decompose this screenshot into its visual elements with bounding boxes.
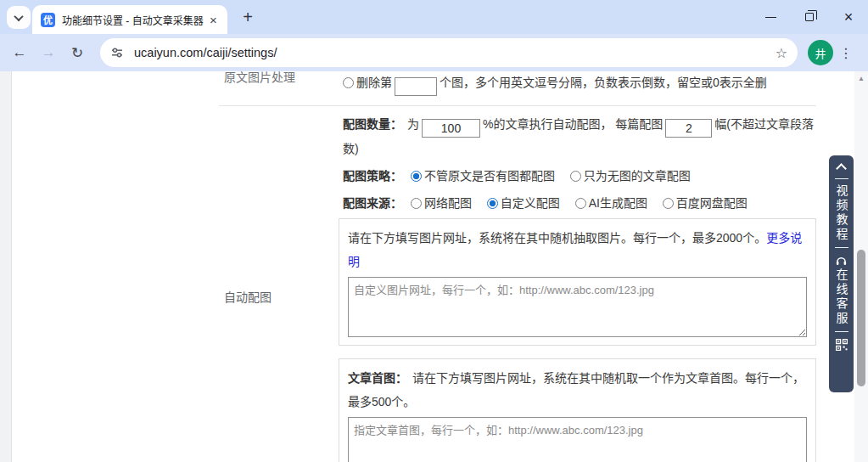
head-image-title: 文章首图： <box>348 371 407 385</box>
head-image-box: 文章首图：请在下方填写图片网址，系统在其中随机取一个作为文章首图。每行一个，最多… <box>339 358 816 462</box>
auto-image-label: 自动配图 <box>219 288 339 305</box>
image-quantity-title: 配图数量： <box>343 117 402 131</box>
strategy-option-no-image-only[interactable]: 只为无图的文章配图 <box>570 169 691 183</box>
scrollbar-thumb[interactable] <box>857 250 865 386</box>
custom-image-box: 请在下方填写图片网址，系统将在其中随机抽取图片。每行一个，最多2000个。更多说… <box>339 218 816 346</box>
source-option-ai[interactable]: AI生成配图 <box>575 196 647 210</box>
browser-window: 优 功能细节设置 - 自动文章采集器 × + × ← → ↻ ucaiyun.c… <box>0 0 868 462</box>
radio-selected-icon[interactable] <box>487 198 498 209</box>
image-strategy-title: 配图策略： <box>343 169 402 183</box>
radio-selected-icon[interactable] <box>411 171 422 182</box>
tab-close-icon[interactable]: × <box>210 14 217 26</box>
forward-button[interactable]: → <box>34 44 63 61</box>
head-image-instruction: 文章首图：请在下方填写图片网址，系统在其中随机取一个作为文章首图。每行一个，最多… <box>348 366 807 414</box>
tab-search-button[interactable] <box>7 6 31 29</box>
original-image-row: 原文图片处理 删除第个图，多个用英文逗号分隔，负数表示倒数，留空或0表示全删 <box>219 71 816 105</box>
delete-image-text-suffix: 个图，多个用英文逗号分隔，负数表示倒数，留空或0表示全删 <box>440 76 767 89</box>
minimize-button[interactable] <box>751 0 790 34</box>
quantity-mid-text: %的文章执行自动配图， 每篇配图 <box>483 117 663 131</box>
panel-divider <box>835 247 848 248</box>
image-strategy-line: 配图策略： 不管原文是否有图都配图 只为无图的文章配图 <box>339 165 816 187</box>
original-image-label: 原文图片处理 <box>219 71 339 105</box>
custom-image-urls-textarea[interactable] <box>348 277 807 337</box>
back-button[interactable]: ← <box>5 44 34 61</box>
settings-form: 原文图片处理 删除第个图，多个用英文逗号分隔，负数表示倒数，留空或0表示全删 自… <box>219 71 816 462</box>
browser-titlebar: 优 功能细节设置 - 自动文章采集器 × + × <box>0 0 868 34</box>
browser-toolbar: ← → ↻ ucaiyun.com/caiji/settings/ ☆ 井 ⋮ <box>0 34 868 71</box>
page-left-margin <box>0 71 12 462</box>
delete-image-index-input[interactable] <box>395 77 437 96</box>
page-scrollbar[interactable]: ▲ <box>854 71 868 462</box>
url-text[interactable]: ucaiyun.com/caiji/settings/ <box>134 46 769 59</box>
source-option-web[interactable]: 网络配图 <box>411 196 472 210</box>
delete-image-radio[interactable] <box>343 77 354 88</box>
qr-code-icon[interactable] <box>836 339 848 351</box>
percent-input[interactable] <box>422 119 480 138</box>
images-per-article-input[interactable] <box>665 119 712 138</box>
radio-icon[interactable] <box>411 198 422 209</box>
bookmark-star-icon[interactable]: ☆ <box>776 45 787 61</box>
new-tab-button[interactable]: + <box>238 7 258 27</box>
restore-button[interactable] <box>790 0 829 34</box>
strategy-option-always[interactable]: 不管原文是否有图都配图 <box>411 169 555 183</box>
source-option-baidu-pan[interactable]: 百度网盘配图 <box>663 196 748 210</box>
floating-side-panel: 视频教程 在线客服 <box>829 155 854 392</box>
browser-menu-icon[interactable]: ⋮ <box>833 45 859 61</box>
site-favicon: 优 <box>41 13 55 27</box>
headset-icon <box>835 255 848 267</box>
head-image-urls-textarea[interactable] <box>348 417 807 462</box>
tab-title: 功能细节设置 - 自动文章采集器 <box>62 13 208 27</box>
radio-icon[interactable] <box>663 198 674 209</box>
video-tutorial-button[interactable]: 视频教程 <box>836 184 848 242</box>
image-source-title: 配图来源： <box>343 196 402 210</box>
reload-button[interactable]: ↻ <box>63 44 92 62</box>
site-settings-icon[interactable] <box>110 46 124 59</box>
radio-icon[interactable] <box>570 171 581 182</box>
image-quantity-line: 配图数量：为%的文章执行自动配图， 每篇配图幅(不超过文章段落数) <box>339 113 816 160</box>
close-icon: × <box>844 9 854 25</box>
online-service-button[interactable]: 在线客服 <box>836 268 848 326</box>
quantity-pre-text: 为 <box>407 117 419 131</box>
back-to-top-icon[interactable] <box>836 163 847 174</box>
minimize-icon <box>765 17 776 18</box>
page-content: 原文图片处理 删除第个图，多个用英文逗号分隔，负数表示倒数，留空或0表示全删 自… <box>0 71 854 462</box>
restore-icon <box>805 13 814 21</box>
custom-image-instruction: 请在下方填写图片网址，系统将在其中随机抽取图片。每行一个，最多2000个。更多说… <box>348 226 807 273</box>
browser-tab[interactable]: 优 功能细节设置 - 自动文章采集器 × <box>32 5 227 34</box>
auto-image-row: 自动配图 配图数量：为%的文章执行自动配图， 每篇配图幅(不超过文章段落数) 配… <box>219 106 816 462</box>
close-window-button[interactable]: × <box>829 0 868 34</box>
scroll-up-arrow[interactable]: ▲ <box>854 71 868 85</box>
delete-image-text-prefix: 删除第 <box>356 76 392 89</box>
profile-avatar[interactable]: 井 <box>808 40 833 65</box>
panel-divider <box>835 331 848 332</box>
radio-icon[interactable] <box>575 198 586 209</box>
source-option-custom[interactable]: 自定义配图 <box>487 196 560 210</box>
chevron-down-icon <box>14 11 23 20</box>
image-source-line: 配图来源： 网络配图 自定义配图 AI生成配图 百度网盘配图 <box>339 192 816 214</box>
address-bar[interactable]: ucaiyun.com/caiji/settings/ ☆ <box>100 38 798 67</box>
panel-divider <box>835 178 848 179</box>
